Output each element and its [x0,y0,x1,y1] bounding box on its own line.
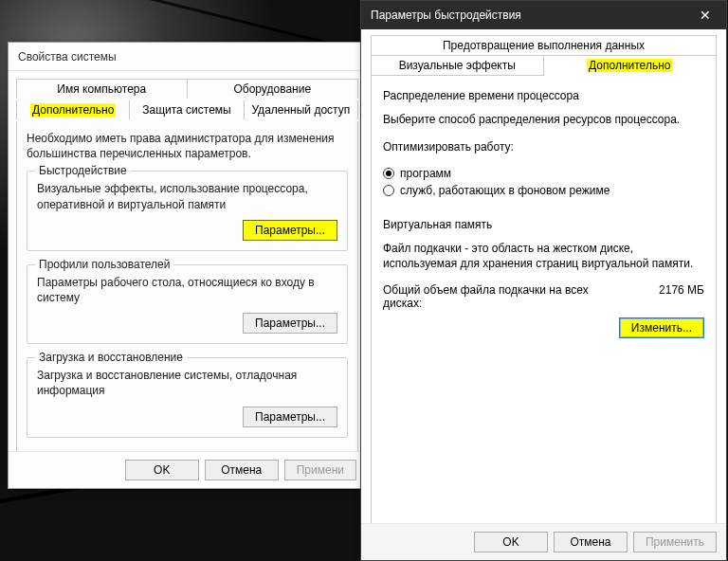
tab-perf-advanced[interactable]: Дополнительно [544,55,718,76]
system-properties-titlebar: Свойства системы [9,43,366,71]
startup-recovery-legend: Загрузка и восстановление [35,351,187,364]
performance-options-titlebar: Параметры быстродействия ✕ [361,1,726,29]
performance-options-tabs: Предотвращение выполнения данных Визуаль… [371,35,717,76]
startup-recovery-settings-button[interactable]: Параметры... [243,407,337,427]
processor-scheduling-title: Распределение времени процессора [383,89,704,102]
radio-icon [383,168,394,179]
tab-advanced[interactable]: Дополнительно [16,100,130,119]
radio-background-services[interactable]: служб, работающих в фоновом режиме [383,184,610,197]
system-properties-title: Свойства системы [18,50,117,63]
tabs-row-2: Дополнительно Защита системы Удаленный д… [16,100,358,119]
radio-services-label: служб, работающих в фоновом режиме [400,184,610,197]
performance-options-button-bar: OK Отмена Применить [361,523,726,560]
radio-icon [383,185,394,196]
admin-rights-note: Необходимо иметь права администратора дл… [27,131,348,161]
virtual-memory-section: Виртуальная память Файл подкачки - это о… [383,218,704,339]
system-properties-ok-button[interactable]: OK [125,460,199,480]
tab-hardware[interactable]: Оборудование [188,79,359,99]
tab-visual-effects[interactable]: Визуальные эффекты [371,55,544,76]
close-button[interactable]: ✕ [684,1,726,29]
performance-options-ok-button[interactable]: OK [474,532,548,552]
performance-legend: Быстродействие [35,164,131,177]
startup-recovery-desc: Загрузка и восстановление системы, отлад… [37,368,337,398]
performance-options-title: Параметры быстродействия [371,9,521,22]
system-properties-window: Свойства системы Имя компьютера Оборудов… [8,42,367,489]
pagefile-total-value: 2176 МБ [659,283,704,310]
performance-desc: Визуальные эффекты, использование процес… [37,181,337,211]
tab-computer-name[interactable]: Имя компьютера [16,79,188,99]
performance-options-window: Параметры быстродействия ✕ Предотвращени… [360,0,727,561]
tab-dep[interactable]: Предотвращение выполнения данных [371,35,717,55]
perf-advanced-panel: Распределение времени процессора Выберит… [371,76,717,531]
virtual-memory-title: Виртуальная память [383,218,704,231]
virtual-memory-desc: Файл подкачки - это область на жестком д… [383,241,704,273]
pagefile-total-label: Общий объем файла подкачки на всех диска… [383,283,592,310]
performance-settings-button[interactable]: Параметры... [243,220,337,241]
processor-scheduling-section: Распределение времени процессора Выберит… [383,89,704,197]
system-properties-button-bar: OK Отмена Примени [9,451,366,488]
system-properties-apply-button[interactable]: Примени [284,460,356,480]
tab-remote[interactable]: Удаленный доступ [245,100,358,119]
close-icon: ✕ [700,8,711,23]
processor-scheduling-desc: Выберите способ распределения ресурсов п… [383,112,704,128]
optimize-for-label: Оптимизировать работу: [383,139,704,155]
performance-options-cancel-button[interactable]: Отмена [554,532,628,552]
tab-system-protection[interactable]: Защита системы [130,100,244,119]
advanced-tab-panel: Необходимо иметь права администратора дл… [16,121,358,482]
user-profiles-legend: Профили пользователей [35,258,173,271]
user-profiles-desc: Параметры рабочего стола, относящиеся ко… [37,275,337,305]
startup-recovery-group: Загрузка и восстановление Загрузка и вос… [27,357,348,437]
performance-group: Быстродействие Визуальные эффекты, испол… [27,171,348,250]
radio-programs-label: программ [400,167,451,180]
user-profiles-group: Профили пользователей Параметры рабочего… [27,264,348,344]
user-profiles-settings-button[interactable]: Параметры... [243,313,337,334]
change-pagefile-button[interactable]: Изменить... [619,317,704,338]
tabs-row-1: Имя компьютера Оборудование [16,79,358,99]
performance-options-apply-button[interactable]: Применить [633,532,717,552]
system-properties-cancel-button[interactable]: Отмена [205,460,279,480]
radio-programs[interactable]: программ [383,167,451,180]
